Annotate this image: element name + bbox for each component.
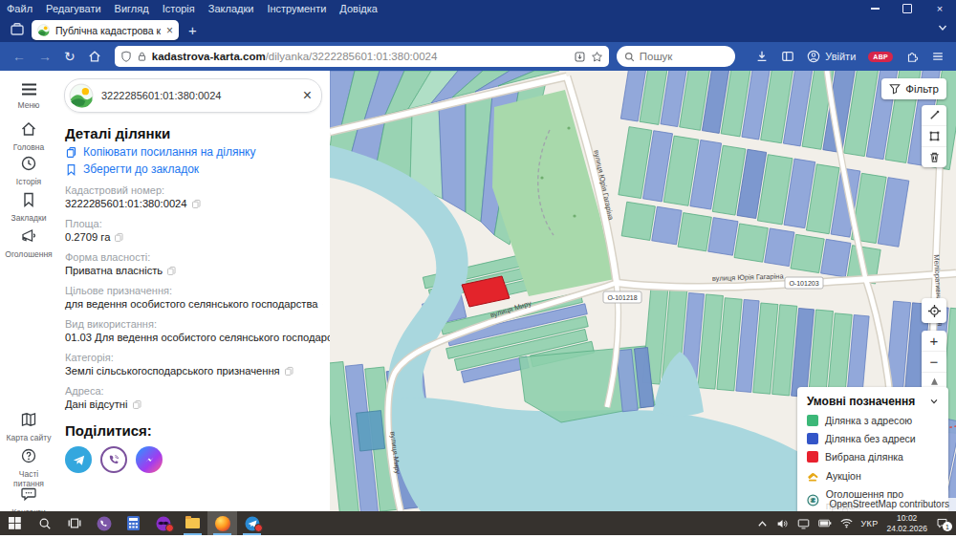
svg-text:₴: ₴ <box>811 496 816 505</box>
taskbar-firefox-icon[interactable] <box>207 511 237 535</box>
list-all-tabs-icon[interactable] <box>937 22 948 33</box>
rail-menu[interactable]: Меню <box>0 82 57 111</box>
locate-button[interactable] <box>922 298 946 323</box>
task-view-button[interactable] <box>59 511 89 535</box>
north-arrow-icon <box>929 377 940 387</box>
close-button[interactable]: × <box>923 0 956 17</box>
copy-icon[interactable] <box>114 232 124 243</box>
extensions-puzzle-icon[interactable] <box>905 50 919 63</box>
rail-history-label: Історія <box>0 178 57 187</box>
menu-bookmarks[interactable]: Закладки <box>202 2 261 15</box>
parcel-search-value[interactable]: 3222285601:01:380:0024 <box>101 90 303 101</box>
app-menu-icon[interactable] <box>931 50 945 63</box>
rail-announcements[interactable]: Оголошення <box>0 227 57 260</box>
battery-icon[interactable] <box>818 518 832 528</box>
rail-faq[interactable]: Часті питання <box>0 447 57 489</box>
account-button[interactable]: Увійти <box>807 50 856 63</box>
tab-close-icon[interactable]: × <box>166 25 173 36</box>
rail-history[interactable]: Історія <box>0 155 57 187</box>
copy-icon[interactable] <box>191 199 202 209</box>
filter-button[interactable]: Фільтр <box>881 78 946 99</box>
display-icon[interactable] <box>797 518 810 529</box>
zoom-controls: + − <box>922 331 946 390</box>
taskbar-search-button[interactable] <box>30 511 59 535</box>
url-bar[interactable]: kadastrova-karta.com/dilyanka/3222285601… <box>115 46 609 67</box>
legend-title: Умовні позначення <box>807 395 915 408</box>
search-box[interactable]: Пошук <box>617 46 735 67</box>
copy-link-button[interactable]: Копіювати посилання на ділянку <box>65 145 322 159</box>
taskbar-file-explorer-icon[interactable] <box>178 511 207 535</box>
menu-help[interactable]: Довідка <box>333 2 384 15</box>
menu-file[interactable]: Файл <box>0 2 39 15</box>
firefox-view-icon[interactable] <box>9 21 26 38</box>
new-tab-button[interactable]: + <box>188 22 197 38</box>
telegram-share-button[interactable] <box>65 446 92 473</box>
menu-edit[interactable]: Редагувати <box>39 2 108 15</box>
taskbar-calculator-icon[interactable] <box>119 511 148 535</box>
copy-icon[interactable] <box>132 399 142 410</box>
legend-item: Аукціон <box>807 469 939 482</box>
panel-close-icon[interactable]: × <box>303 88 312 103</box>
field-value: Приватна власність <box>65 265 163 276</box>
hamburger-icon <box>21 83 37 96</box>
zoom-in-button[interactable]: + <box>922 331 946 352</box>
taskbar-viber-icon[interactable] <box>89 511 119 535</box>
volume-icon[interactable] <box>776 518 789 529</box>
action-center-button[interactable]: 1 <box>936 517 948 529</box>
field-value: Дані відсутні <box>65 398 128 410</box>
taskbar-app-blue-icon[interactable] <box>237 511 267 535</box>
viber-share-button[interactable] <box>100 446 127 473</box>
search-icon <box>38 517 52 530</box>
tab-favicon <box>37 24 50 36</box>
map-legend: Умовні позначення Ділянка з адресою Діля… <box>797 387 948 511</box>
parcel-panel: 3222285601:01:380:0024 × Деталі ділянки … <box>57 71 330 511</box>
browser-tab[interactable]: Публічна кадастрова карта Ук × <box>32 20 179 40</box>
wifi-icon[interactable] <box>840 518 853 528</box>
menu-view[interactable]: Вигляд <box>108 2 156 15</box>
bookmark-star-icon[interactable] <box>591 51 603 63</box>
legend-item: Вибрана ділянка <box>807 451 939 463</box>
menu-history[interactable]: Історія <box>156 2 202 15</box>
menu-tools[interactable]: Інструменти <box>260 2 333 15</box>
field-label: Площа: <box>65 218 322 229</box>
copy-link-label: Копіювати посилання на ділянку <box>83 145 255 159</box>
adblock-extension-badge[interactable]: ABP <box>868 52 893 62</box>
forward-button[interactable]: → <box>38 50 52 63</box>
restore-button[interactable] <box>891 0 923 17</box>
save-bookmark-button[interactable]: Зберегти до закладок <box>65 162 322 176</box>
tracking-shield-icon[interactable] <box>120 51 132 62</box>
minimize-button[interactable] <box>858 0 891 17</box>
taskbar-app-purple-icon[interactable] <box>148 511 178 535</box>
field-value: 0.2709 га <box>65 231 110 243</box>
rail-sitemap[interactable]: Карта сайту <box>0 411 57 443</box>
navbar-right-icons: Увійти ABP <box>755 50 956 63</box>
copy-icon[interactable] <box>166 266 177 276</box>
bookmark-icon <box>20 191 37 208</box>
field-label: Адреса: <box>65 385 322 397</box>
language-indicator[interactable]: УКР <box>861 519 879 528</box>
measure-distance-button[interactable] <box>922 105 946 126</box>
save-page-icon[interactable] <box>574 51 586 63</box>
field-value: 3222285601:01:380:0024 <box>65 198 187 209</box>
parcel-search-bar[interactable]: 3222285601:01:380:0024 × <box>64 78 322 113</box>
start-button[interactable] <box>0 511 30 535</box>
measure-area-button[interactable] <box>922 126 946 147</box>
taskbar-clock[interactable]: 10:02 24.02.2026 <box>886 513 927 532</box>
road-badge-101203: О-101203 <box>785 277 823 289</box>
messenger-share-button[interactable] <box>136 446 163 473</box>
copy-icon[interactable] <box>284 366 294 377</box>
sidebar-icon[interactable] <box>781 50 794 63</box>
legend-header[interactable]: Умовні позначення <box>807 395 939 408</box>
legend-label: Ділянка з адресою <box>825 415 912 426</box>
viber-icon <box>107 453 120 466</box>
back-button[interactable]: ← <box>12 50 26 63</box>
downloads-icon[interactable] <box>755 50 769 63</box>
field-area: Площа: 0.2709 га <box>65 218 322 243</box>
rail-home[interactable]: Головна <box>0 120 57 153</box>
rail-bookmarks[interactable]: Закладки <box>0 191 57 224</box>
home-button[interactable] <box>88 50 101 63</box>
reload-button[interactable]: ↻ <box>64 50 76 63</box>
clear-measure-button[interactable] <box>922 147 946 167</box>
tray-chevron-up-icon[interactable] <box>757 520 768 528</box>
zoom-out-button[interactable]: − <box>922 352 946 373</box>
